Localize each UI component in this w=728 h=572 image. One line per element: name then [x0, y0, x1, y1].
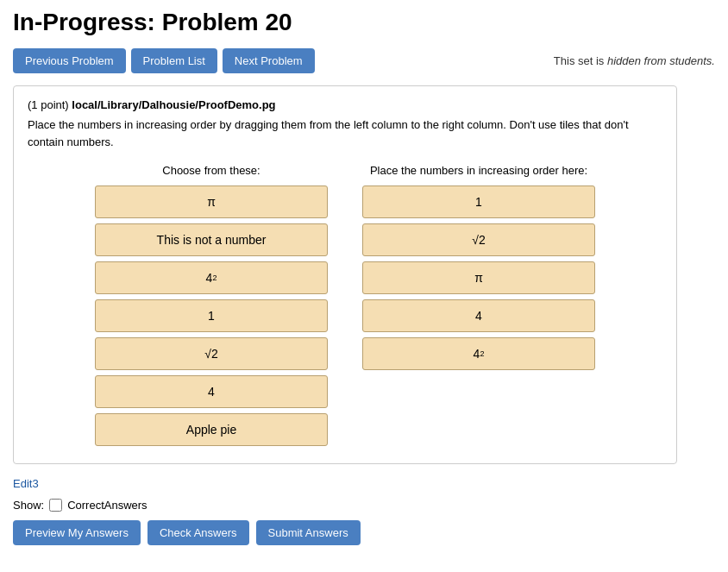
right-tile-4[interactable]: 4: [362, 299, 595, 332]
next-problem-button[interactable]: Next Problem: [223, 48, 315, 73]
right-column: Place the numbers in increasing order he…: [362, 164, 595, 451]
preview-my-answers-button[interactable]: Preview My Answers: [13, 520, 141, 545]
problem-meta: (1 point) local/Library/Dalhousie/ProofD…: [28, 98, 662, 111]
problem-instructions: Place the numbers in increasing order by…: [28, 116, 662, 150]
correct-answers-checkbox[interactable]: [49, 499, 62, 512]
problem-list-button[interactable]: Problem List: [131, 48, 217, 73]
problem-path: local/Library/Dalhousie/ProofDemo.pg: [72, 98, 275, 111]
bottom-section: Edit3 Show: CorrectAnswers Preview My An…: [13, 476, 677, 545]
check-answers-button[interactable]: Check Answers: [147, 520, 249, 545]
problem-box: (1 point) local/Library/Dalhousie/ProofD…: [13, 85, 677, 464]
left-tile-4[interactable]: 4: [95, 375, 328, 408]
left-tile-pi[interactable]: π: [95, 185, 328, 218]
problem-points: (1 point): [28, 98, 69, 111]
action-buttons: Preview My Answers Check Answers Submit …: [13, 520, 677, 545]
submit-answers-button[interactable]: Submit Answers: [256, 520, 361, 545]
top-nav: Previous Problem Problem List Next Probl…: [13, 48, 715, 73]
show-label: Show:: [13, 499, 44, 512]
right-tile-1[interactable]: 1: [362, 185, 595, 218]
page-title: In-Progress: Problem 20: [13, 9, 715, 36]
hidden-notice: This set is hidden from students.: [554, 54, 715, 67]
left-tile-applepie[interactable]: Apple pie: [95, 413, 328, 446]
left-column-header: Choose from these:: [162, 164, 260, 177]
show-row: Show: CorrectAnswers: [13, 499, 677, 512]
right-tile-4sq[interactable]: 42: [362, 337, 595, 370]
edit-link[interactable]: Edit3: [13, 477, 39, 490]
left-column: Choose from these: π This is not a numbe…: [95, 164, 328, 451]
right-tile-pi[interactable]: π: [362, 261, 595, 294]
left-tile-4sq[interactable]: 42: [95, 261, 328, 294]
right-tile-sqrt2[interactable]: √2: [362, 223, 595, 256]
left-tile-sqrt2[interactable]: √2: [95, 337, 328, 370]
left-tile-1[interactable]: 1: [95, 299, 328, 332]
left-tile-not-number[interactable]: This is not a number: [95, 223, 328, 256]
previous-problem-button[interactable]: Previous Problem: [13, 48, 126, 73]
right-column-header: Place the numbers in increasing order he…: [370, 164, 587, 177]
correct-answers-label: CorrectAnswers: [67, 499, 147, 512]
columns-wrapper: Choose from these: π This is not a numbe…: [28, 164, 662, 451]
